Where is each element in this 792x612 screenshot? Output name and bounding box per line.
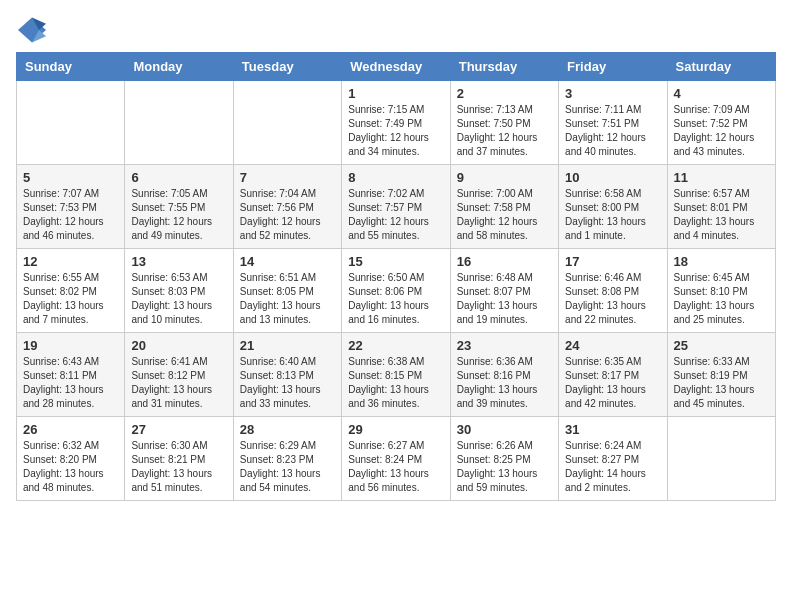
day-info: Sunrise: 6:40 AMSunset: 8:13 PMDaylight:… — [240, 355, 335, 411]
header — [16, 16, 776, 44]
day-number: 28 — [240, 422, 335, 437]
day-info: Sunrise: 6:30 AMSunset: 8:21 PMDaylight:… — [131, 439, 226, 495]
day-info: Sunrise: 7:11 AMSunset: 7:51 PMDaylight:… — [565, 103, 660, 159]
day-cell: 17Sunrise: 6:46 AMSunset: 8:08 PMDayligh… — [559, 249, 667, 333]
day-cell: 23Sunrise: 6:36 AMSunset: 8:16 PMDayligh… — [450, 333, 558, 417]
day-info: Sunrise: 7:09 AMSunset: 7:52 PMDaylight:… — [674, 103, 769, 159]
day-info: Sunrise: 6:26 AMSunset: 8:25 PMDaylight:… — [457, 439, 552, 495]
day-cell: 10Sunrise: 6:58 AMSunset: 8:00 PMDayligh… — [559, 165, 667, 249]
day-number: 11 — [674, 170, 769, 185]
weekday-header-wednesday: Wednesday — [342, 53, 450, 81]
day-cell: 29Sunrise: 6:27 AMSunset: 8:24 PMDayligh… — [342, 417, 450, 501]
day-info: Sunrise: 6:27 AMSunset: 8:24 PMDaylight:… — [348, 439, 443, 495]
calendar-body: 1Sunrise: 7:15 AMSunset: 7:49 PMDaylight… — [17, 81, 776, 501]
svg-marker-0 — [18, 18, 46, 43]
day-number: 25 — [674, 338, 769, 353]
day-number: 12 — [23, 254, 118, 269]
day-cell: 30Sunrise: 6:26 AMSunset: 8:25 PMDayligh… — [450, 417, 558, 501]
day-info: Sunrise: 6:35 AMSunset: 8:17 PMDaylight:… — [565, 355, 660, 411]
day-cell: 11Sunrise: 6:57 AMSunset: 8:01 PMDayligh… — [667, 165, 775, 249]
day-info: Sunrise: 6:58 AMSunset: 8:00 PMDaylight:… — [565, 187, 660, 243]
day-cell: 8Sunrise: 7:02 AMSunset: 7:57 PMDaylight… — [342, 165, 450, 249]
day-number: 13 — [131, 254, 226, 269]
logo-icon — [16, 16, 48, 44]
week-row-4: 19Sunrise: 6:43 AMSunset: 8:11 PMDayligh… — [17, 333, 776, 417]
day-cell: 5Sunrise: 7:07 AMSunset: 7:53 PMDaylight… — [17, 165, 125, 249]
day-number: 8 — [348, 170, 443, 185]
day-cell: 27Sunrise: 6:30 AMSunset: 8:21 PMDayligh… — [125, 417, 233, 501]
day-number: 2 — [457, 86, 552, 101]
day-number: 21 — [240, 338, 335, 353]
day-number: 6 — [131, 170, 226, 185]
day-cell: 16Sunrise: 6:48 AMSunset: 8:07 PMDayligh… — [450, 249, 558, 333]
day-info: Sunrise: 7:05 AMSunset: 7:55 PMDaylight:… — [131, 187, 226, 243]
day-number: 9 — [457, 170, 552, 185]
day-number: 7 — [240, 170, 335, 185]
week-row-2: 5Sunrise: 7:07 AMSunset: 7:53 PMDaylight… — [17, 165, 776, 249]
day-info: Sunrise: 6:36 AMSunset: 8:16 PMDaylight:… — [457, 355, 552, 411]
day-info: Sunrise: 7:13 AMSunset: 7:50 PMDaylight:… — [457, 103, 552, 159]
day-number: 5 — [23, 170, 118, 185]
day-number: 3 — [565, 86, 660, 101]
day-info: Sunrise: 6:48 AMSunset: 8:07 PMDaylight:… — [457, 271, 552, 327]
day-cell — [233, 81, 341, 165]
day-number: 1 — [348, 86, 443, 101]
weekday-header-monday: Monday — [125, 53, 233, 81]
day-cell: 21Sunrise: 6:40 AMSunset: 8:13 PMDayligh… — [233, 333, 341, 417]
day-cell: 4Sunrise: 7:09 AMSunset: 7:52 PMDaylight… — [667, 81, 775, 165]
day-cell — [667, 417, 775, 501]
day-cell: 1Sunrise: 7:15 AMSunset: 7:49 PMDaylight… — [342, 81, 450, 165]
day-number: 27 — [131, 422, 226, 437]
day-number: 26 — [23, 422, 118, 437]
day-cell — [17, 81, 125, 165]
weekday-header-saturday: Saturday — [667, 53, 775, 81]
day-number: 19 — [23, 338, 118, 353]
day-number: 18 — [674, 254, 769, 269]
day-info: Sunrise: 6:50 AMSunset: 8:06 PMDaylight:… — [348, 271, 443, 327]
day-info: Sunrise: 6:24 AMSunset: 8:27 PMDaylight:… — [565, 439, 660, 495]
day-cell: 31Sunrise: 6:24 AMSunset: 8:27 PMDayligh… — [559, 417, 667, 501]
week-row-1: 1Sunrise: 7:15 AMSunset: 7:49 PMDaylight… — [17, 81, 776, 165]
day-info: Sunrise: 6:43 AMSunset: 8:11 PMDaylight:… — [23, 355, 118, 411]
day-info: Sunrise: 7:00 AMSunset: 7:58 PMDaylight:… — [457, 187, 552, 243]
day-info: Sunrise: 7:04 AMSunset: 7:56 PMDaylight:… — [240, 187, 335, 243]
day-info: Sunrise: 6:46 AMSunset: 8:08 PMDaylight:… — [565, 271, 660, 327]
day-cell: 12Sunrise: 6:55 AMSunset: 8:02 PMDayligh… — [17, 249, 125, 333]
day-cell: 28Sunrise: 6:29 AMSunset: 8:23 PMDayligh… — [233, 417, 341, 501]
day-number: 30 — [457, 422, 552, 437]
day-info: Sunrise: 7:07 AMSunset: 7:53 PMDaylight:… — [23, 187, 118, 243]
day-number: 22 — [348, 338, 443, 353]
day-cell: 9Sunrise: 7:00 AMSunset: 7:58 PMDaylight… — [450, 165, 558, 249]
weekday-header-tuesday: Tuesday — [233, 53, 341, 81]
day-info: Sunrise: 6:51 AMSunset: 8:05 PMDaylight:… — [240, 271, 335, 327]
day-cell: 25Sunrise: 6:33 AMSunset: 8:19 PMDayligh… — [667, 333, 775, 417]
day-number: 23 — [457, 338, 552, 353]
calendar-header: SundayMondayTuesdayWednesdayThursdayFrid… — [17, 53, 776, 81]
weekday-header-sunday: Sunday — [17, 53, 125, 81]
day-number: 14 — [240, 254, 335, 269]
day-info: Sunrise: 7:02 AMSunset: 7:57 PMDaylight:… — [348, 187, 443, 243]
day-number: 17 — [565, 254, 660, 269]
week-row-5: 26Sunrise: 6:32 AMSunset: 8:20 PMDayligh… — [17, 417, 776, 501]
day-number: 15 — [348, 254, 443, 269]
day-number: 16 — [457, 254, 552, 269]
day-info: Sunrise: 6:33 AMSunset: 8:19 PMDaylight:… — [674, 355, 769, 411]
day-cell: 26Sunrise: 6:32 AMSunset: 8:20 PMDayligh… — [17, 417, 125, 501]
day-number: 10 — [565, 170, 660, 185]
weekday-header-thursday: Thursday — [450, 53, 558, 81]
day-number: 20 — [131, 338, 226, 353]
day-cell: 20Sunrise: 6:41 AMSunset: 8:12 PMDayligh… — [125, 333, 233, 417]
day-cell: 24Sunrise: 6:35 AMSunset: 8:17 PMDayligh… — [559, 333, 667, 417]
weekday-header-row: SundayMondayTuesdayWednesdayThursdayFrid… — [17, 53, 776, 81]
day-cell: 14Sunrise: 6:51 AMSunset: 8:05 PMDayligh… — [233, 249, 341, 333]
weekday-header-friday: Friday — [559, 53, 667, 81]
day-info: Sunrise: 6:32 AMSunset: 8:20 PMDaylight:… — [23, 439, 118, 495]
day-number: 24 — [565, 338, 660, 353]
day-cell: 7Sunrise: 7:04 AMSunset: 7:56 PMDaylight… — [233, 165, 341, 249]
day-info: Sunrise: 6:55 AMSunset: 8:02 PMDaylight:… — [23, 271, 118, 327]
day-cell — [125, 81, 233, 165]
day-info: Sunrise: 6:29 AMSunset: 8:23 PMDaylight:… — [240, 439, 335, 495]
day-number: 29 — [348, 422, 443, 437]
day-info: Sunrise: 6:41 AMSunset: 8:12 PMDaylight:… — [131, 355, 226, 411]
day-number: 4 — [674, 86, 769, 101]
